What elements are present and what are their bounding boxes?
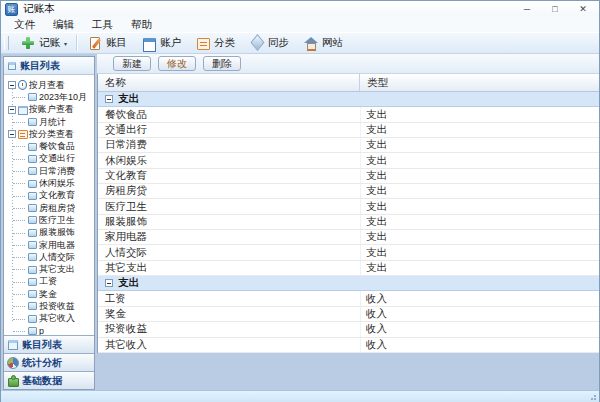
cell-name: 其它支出 <box>98 261 360 275</box>
tree-item[interactable]: 月统计 <box>4 116 94 128</box>
toolbar-separator <box>76 35 78 51</box>
column-header-name[interactable]: 名称 <box>98 74 360 91</box>
tree-item-label: p <box>39 326 44 335</box>
tree-item[interactable]: 奖金 <box>4 288 94 300</box>
cell-name: 其它收入 <box>98 338 360 352</box>
group-label: 支出 <box>118 92 139 106</box>
sidebar: 账目列表 按月查看2023年10月按账户查看月统计按分类查看餐饮食品交通出行日常… <box>3 56 95 390</box>
tree-item[interactable]: 休闲娱乐 <box>4 177 94 189</box>
table-row[interactable]: 投资收益收入 <box>98 322 599 337</box>
tree-expand-toggle[interactable] <box>8 106 16 114</box>
maximize-button[interactable]: □ <box>541 2 569 17</box>
tree-item[interactable]: 按月查看 <box>4 79 94 91</box>
tree-expand-toggle[interactable] <box>8 130 16 138</box>
box-icon <box>28 154 37 164</box>
table-row[interactable]: 医疗卫生支出 <box>98 199 599 214</box>
table-row[interactable]: 文化教育支出 <box>98 169 599 184</box>
cell-type: 支出 <box>360 138 599 152</box>
sidebar-nav-accounts-list[interactable]: 账目列表 <box>4 335 94 353</box>
toolbar-button-sync[interactable]: 同步 <box>242 33 296 53</box>
menu-item[interactable]: 帮助 <box>122 17 161 32</box>
resize-grip[interactable] <box>590 394 596 400</box>
box-icon <box>28 228 37 238</box>
edit-button[interactable]: 修改 <box>158 56 196 71</box>
close-button[interactable]: ✕ <box>569 2 597 17</box>
minimize-button[interactable]: ─ <box>513 2 541 17</box>
tree-item-label: 房租房贷 <box>39 202 75 215</box>
group-collapse-toggle[interactable] <box>105 95 113 103</box>
tree-item[interactable]: 人情交际 <box>4 251 94 263</box>
table-group-row[interactable]: 支出 <box>98 276 599 291</box>
cell-name: 日常消费 <box>98 138 360 152</box>
tree-item-label: 休闲娱乐 <box>39 177 75 190</box>
toolbar-button-accounts[interactable]: 账户 <box>134 33 188 53</box>
pie-icon <box>7 357 19 369</box>
table-row[interactable]: 工资收入 <box>98 291 599 306</box>
toolbar-button-records[interactable]: 账目 <box>80 33 134 53</box>
tree-item[interactable]: 投资收益 <box>4 300 94 312</box>
cell-name: 房租房贷 <box>98 184 360 198</box>
table-row[interactable]: 人情交际支出 <box>98 245 599 260</box>
tree-item-label: 月统计 <box>39 116 66 129</box>
tree-item[interactable]: 服装服饰 <box>4 227 94 239</box>
toolbar-button-website[interactable]: 网站 <box>296 33 350 53</box>
cell-type: 支出 <box>360 230 599 244</box>
toolbar-button-categories[interactable]: 分类 <box>188 33 242 53</box>
menu-item[interactable]: 编辑 <box>44 17 83 32</box>
sidebar-nav-base-data[interactable]: 基础数据 <box>4 371 94 389</box>
tree-item[interactable]: 文化教育 <box>4 190 94 202</box>
column-header-type[interactable]: 类型 <box>360 74 599 91</box>
tree-item[interactable]: 家用电器 <box>4 239 94 251</box>
tree-item-label: 医疗卫生 <box>39 214 75 227</box>
notes-icon <box>87 35 103 51</box>
table-row[interactable]: 其它收入收入 <box>98 338 599 353</box>
table-row[interactable]: 房租房贷支出 <box>98 184 599 199</box>
tree-item-label: 按分类查看 <box>29 128 74 141</box>
sidebar-header: 账目列表 <box>4 57 94 75</box>
tree-item[interactable]: 按账户查看 <box>4 104 94 116</box>
list-icon <box>18 129 27 139</box>
table-row[interactable]: 其它支出支出 <box>98 261 599 276</box>
group-collapse-toggle[interactable] <box>105 279 113 287</box>
box-icon <box>28 289 37 299</box>
table-row[interactable]: 休闲娱乐支出 <box>98 153 599 168</box>
delete-button[interactable]: 删除 <box>203 56 241 71</box>
tree-item[interactable]: 其它收入 <box>4 313 94 325</box>
tree-item[interactable]: 日常消费 <box>4 165 94 177</box>
app-icon: 账 <box>5 3 18 16</box>
tree-item[interactable]: 餐饮食品 <box>4 140 94 152</box>
toolbar-grip[interactable] <box>4 36 9 50</box>
tree-item[interactable]: 2023年10月 <box>4 91 94 103</box>
toolbar-button-add-record[interactable]: 记账▾ <box>13 33 74 53</box>
tree-expand-toggle[interactable] <box>8 81 16 89</box>
tree-item-label: 服装服饰 <box>39 226 75 239</box>
table-row[interactable]: 日常消费支出 <box>98 138 599 153</box>
cell-name: 投资收益 <box>98 322 360 336</box>
table-row[interactable]: 交通出行支出 <box>98 123 599 138</box>
box-icon <box>28 179 37 189</box>
table-row[interactable]: 服装服饰支出 <box>98 215 599 230</box>
dropdown-caret-icon[interactable]: ▾ <box>64 40 67 47</box>
table-row[interactable]: 家用电器支出 <box>98 230 599 245</box>
menu-item[interactable]: 文件 <box>5 17 44 32</box>
tree-item[interactable]: p <box>4 325 94 335</box>
tree-item[interactable]: 工资 <box>4 276 94 288</box>
tree-item-label: 交通出行 <box>39 152 75 165</box>
sidebar-nav-stats[interactable]: 统计分析 <box>4 353 94 371</box>
tree-item[interactable]: 按分类查看 <box>4 128 94 140</box>
tree-item[interactable]: 房租房贷 <box>4 202 94 214</box>
table-group-row[interactable]: 支出 <box>98 92 599 107</box>
menu-item[interactable]: 工具 <box>83 17 122 32</box>
table-row[interactable]: 餐饮食品支出 <box>98 107 599 122</box>
tree-item[interactable]: 其它支出 <box>4 263 94 275</box>
new-button[interactable]: 新建 <box>113 56 151 71</box>
cell-type: 收入 <box>360 307 599 321</box>
box-icon <box>28 314 37 324</box>
cell-type: 支出 <box>360 153 599 167</box>
menu-bar: 文件编辑工具帮助 <box>1 17 599 32</box>
table-row[interactable]: 奖金收入 <box>98 307 599 322</box>
sidebar-nav-label: 账目列表 <box>22 338 62 352</box>
tree-item[interactable]: 医疗卫生 <box>4 214 94 226</box>
tree-item[interactable]: 交通出行 <box>4 153 94 165</box>
cell-type: 收入 <box>360 338 599 352</box>
